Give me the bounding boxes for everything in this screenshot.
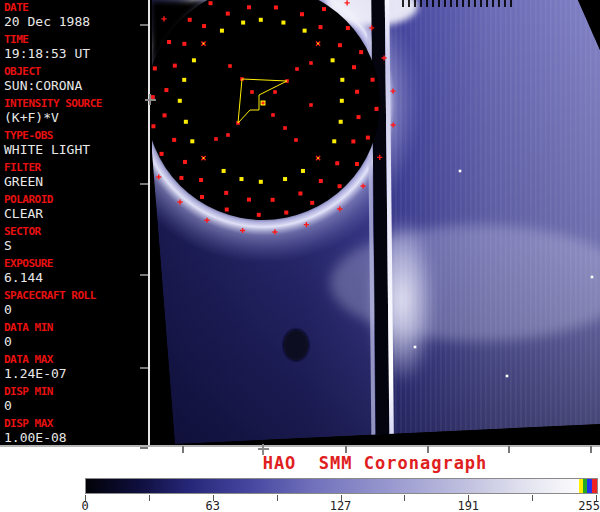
grid-dot <box>178 99 182 103</box>
grid-dot <box>338 43 342 47</box>
grid-dot <box>179 176 183 180</box>
grid-dot <box>164 88 168 92</box>
axis-tick <box>140 367 148 369</box>
grid-dot <box>247 5 251 9</box>
metadata-field: OBJECTSUN:CORONA <box>4 65 146 97</box>
grid-dot <box>366 136 370 140</box>
grid-dot <box>257 213 261 217</box>
field-label: SECTOR <box>4 225 146 238</box>
grid-dot <box>250 90 254 94</box>
grid-dot <box>340 78 344 82</box>
axis-tick <box>140 183 148 185</box>
coronagraph-scene <box>150 0 600 446</box>
axis-tick <box>590 446 592 453</box>
field-label: POLAROID <box>4 193 146 206</box>
field-value: 6.144 <box>4 270 146 285</box>
image-left-border <box>148 0 150 446</box>
grid-dot <box>224 191 228 195</box>
field-value: SUN:CORONA <box>4 78 146 93</box>
grid-dot <box>294 138 298 142</box>
field-value: 19:18:53 UT <box>4 46 146 61</box>
grid-dot <box>188 18 192 22</box>
metadata-field: TYPE-OBSWHITE LIGHT <box>4 129 146 161</box>
colorbar-label: 63 <box>206 500 220 512</box>
axis-tick <box>140 274 148 276</box>
metadata-field: INTENSITY SOURCE(K+F)*V <box>4 97 146 129</box>
axis-tick <box>508 446 510 453</box>
colorbar-label: 127 <box>330 500 352 512</box>
field-label: OBJECT <box>4 65 146 78</box>
field-value: 0 <box>4 398 146 413</box>
grid-dot <box>317 43 319 45</box>
axis-tick <box>140 24 148 26</box>
grid-dot <box>319 179 323 183</box>
grid-dot <box>374 107 378 111</box>
grid-dot <box>173 64 177 68</box>
grid-dot <box>226 133 230 137</box>
metadata-field: SPACECRAFT ROLL0 <box>4 289 146 321</box>
grid-dot <box>319 25 323 29</box>
field-value: 1.00E-08 <box>4 430 146 445</box>
grid-dot <box>339 120 343 124</box>
grid-dot <box>160 152 164 156</box>
footer-title: HAO SMM Coronagraph <box>150 454 600 473</box>
grid-dot <box>209 1 213 5</box>
grid-dot <box>241 21 245 25</box>
grid-dot <box>273 90 277 94</box>
metadata-panel: DATE20 Dec 1988TIME19:18:53 UTOBJECTSUN:… <box>0 0 148 446</box>
grid-dot <box>295 67 299 71</box>
grid-dot <box>281 21 285 25</box>
axis-tick <box>140 447 148 449</box>
grid-dot <box>203 43 205 45</box>
star-dot <box>459 170 462 173</box>
grid-dot <box>309 103 313 107</box>
field-label: TYPE-OBS <box>4 129 146 142</box>
axis-tick <box>149 94 151 105</box>
metadata-field: EXPOSURE6.144 <box>4 257 146 289</box>
grid-dot <box>301 169 305 173</box>
grid-dot <box>222 169 226 173</box>
coronagraph-image-viewport <box>150 0 600 446</box>
colorbar-minor-tick <box>277 495 278 501</box>
grid-dot <box>352 65 356 69</box>
grid-dot <box>228 64 232 68</box>
grid-dot <box>271 198 275 202</box>
field-label: FILTER <box>4 161 146 174</box>
grid-dot <box>310 201 314 205</box>
grid-dot <box>172 138 176 142</box>
field-label: DISP MAX <box>4 417 146 430</box>
star-dot <box>414 346 417 349</box>
grid-dot <box>271 113 275 117</box>
colorbar-minor-tick <box>532 495 533 501</box>
colorbar-label: 255 <box>578 500 600 512</box>
grid-dot <box>182 78 186 82</box>
grid-dot <box>274 5 278 9</box>
grid-dot <box>239 177 243 181</box>
grid-dot <box>335 161 339 165</box>
grid-dot <box>214 137 218 141</box>
dark-blob <box>283 329 309 361</box>
colorbar <box>85 478 598 494</box>
field-value: 0 <box>4 302 146 317</box>
grid-dot <box>340 99 344 103</box>
grid-dot <box>226 12 230 16</box>
image-bottom-border <box>0 445 600 447</box>
grid-dot <box>184 120 188 124</box>
grid-dot <box>351 139 355 143</box>
axis-tick <box>182 446 184 453</box>
metadata-field: DATA MAX1.24E-07 <box>4 353 146 385</box>
field-label: EXPOSURE <box>4 257 146 270</box>
grid-dot <box>259 18 263 22</box>
field-value: S <box>4 238 146 253</box>
colorbar-minor-tick <box>149 495 150 501</box>
grid-dot <box>309 61 313 65</box>
grid-dot <box>247 198 251 202</box>
grid-dot <box>298 191 302 195</box>
field-label: INTENSITY SOURCE <box>4 97 146 110</box>
star-dot <box>506 375 509 378</box>
metadata-field: SECTORS <box>4 225 146 257</box>
colorbar-minor-tick <box>404 495 405 501</box>
field-value: WHITE LIGHT <box>4 142 146 157</box>
grid-dot <box>199 178 203 182</box>
grid-dot <box>303 29 307 33</box>
